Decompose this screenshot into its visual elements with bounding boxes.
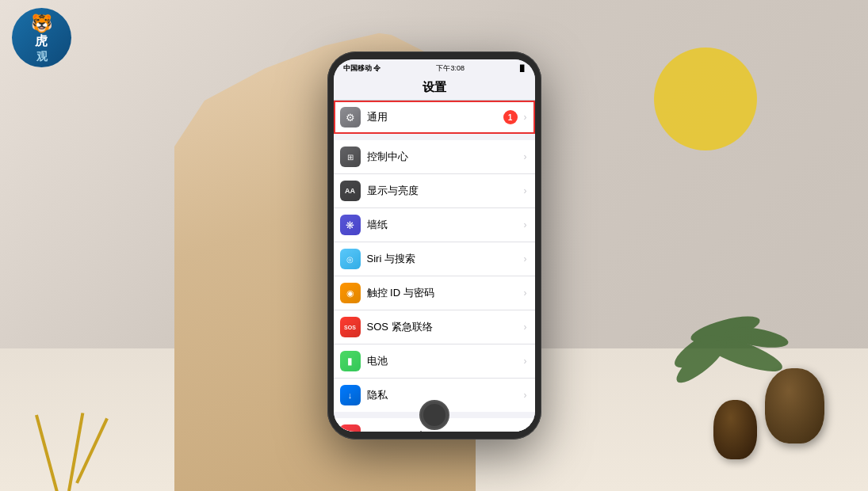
siri-label: Siri 与搜索 <box>367 252 521 266</box>
itunes-label: iTunes Store 与 App Store <box>367 429 521 432</box>
iphone-device: 中国移动 令 下午3:08 ▉ 设置 ⚙ 通用 <box>327 51 541 440</box>
settings-item-control-center[interactable]: ⊞ 控制中心 › <box>334 140 535 174</box>
sos-chevron: › <box>524 322 527 333</box>
wallpaper-icon: ❋ <box>340 215 361 235</box>
sos-label: SOS 紧急联络 <box>367 320 521 334</box>
sos-icon: SOS <box>340 317 361 337</box>
wallpaper-chevron: › <box>524 219 527 230</box>
general-icon: ⚙ <box>340 107 361 128</box>
logo-subtext: 观 <box>31 50 52 64</box>
carrier-text: 中国移动 令 <box>343 63 381 74</box>
nav-title: 设置 <box>423 80 446 93</box>
pine-cone-large <box>765 368 824 443</box>
battery-setting-icon: ▮ <box>340 351 361 371</box>
yellow-circle-decoration <box>654 48 757 150</box>
settings-item-wallpaper[interactable]: ❋ 墙纸 › <box>334 208 535 242</box>
settings-section-general: ⚙ 通用 1 › <box>334 101 535 134</box>
control-center-icon: ⊞ <box>340 147 361 167</box>
display-label: 显示与亮度 <box>367 184 521 198</box>
general-badge: 1 <box>503 110 518 124</box>
privacy-chevron: › <box>524 390 527 401</box>
phone-container: 中国移动 令 下午3:08 ▉ 设置 ⚙ 通用 <box>327 51 541 440</box>
settings-item-general[interactable]: ⚙ 通用 1 › <box>334 101 535 134</box>
settings-item-battery[interactable]: ▮ 电池 › <box>334 344 535 379</box>
settings-list[interactable]: ⚙ 通用 1 › ⊞ 控制中心 › <box>334 101 535 432</box>
settings-item-siri[interactable]: ◎ Siri 与搜索 › <box>334 242 535 276</box>
itunes-icon: ▲ <box>340 424 361 432</box>
general-chevron: › <box>524 112 527 123</box>
status-icons: ▉ <box>520 65 525 72</box>
display-chevron: › <box>524 185 527 196</box>
control-center-label: 控制中心 <box>367 150 521 164</box>
siri-icon: ◎ <box>340 249 361 269</box>
status-bar: 中国移动 令 下午3:08 ▉ <box>334 59 535 77</box>
siri-chevron: › <box>524 253 527 265</box>
battery-chevron: › <box>524 356 527 367</box>
touch-id-chevron: › <box>524 287 527 299</box>
time-text: 下午3:08 <box>436 63 465 74</box>
settings-item-display[interactable]: AA 显示与亮度 › <box>334 174 535 208</box>
logo-text: 虎 <box>31 33 52 50</box>
logo: 🐯 虎 观 <box>12 8 75 71</box>
nav-bar: 设置 <box>334 77 535 101</box>
settings-item-touch-id[interactable]: ◉ 触控 ID 与密码 › <box>334 276 535 310</box>
display-icon: AA <box>340 181 361 201</box>
general-label: 通用 <box>367 110 503 124</box>
control-center-chevron: › <box>524 151 527 162</box>
phone-screen: 中国移动 令 下午3:08 ▉ 设置 ⚙ 通用 <box>334 59 535 432</box>
privacy-label: 隐私 <box>367 388 521 402</box>
touch-id-label: 触控 ID 与密码 <box>367 286 521 300</box>
settings-item-sos[interactable]: SOS SOS 紧急联络 › <box>334 310 535 344</box>
pine-cone-small <box>713 400 757 459</box>
home-button[interactable] <box>419 400 449 430</box>
touch-id-icon: ◉ <box>340 283 361 303</box>
settings-section-main: ⊞ 控制中心 › AA 显示与亮度 › ❋ <box>334 140 535 412</box>
battery-label: 电池 <box>367 354 521 368</box>
battery-icon: ▉ <box>520 65 525 72</box>
wallpaper-label: 墙纸 <box>367 218 521 232</box>
privacy-icon: ↓ <box>340 385 361 405</box>
itunes-chevron: › <box>524 429 527 432</box>
